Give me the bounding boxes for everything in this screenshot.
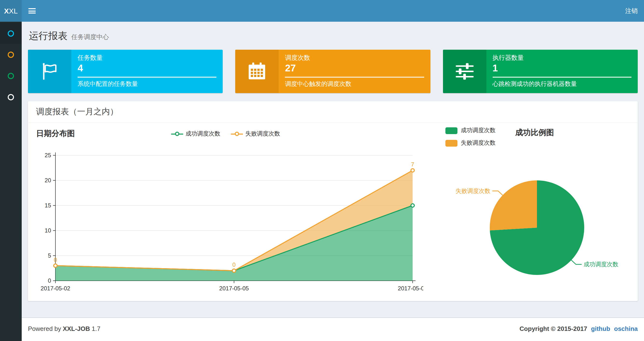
circle-marker-icon [175,131,179,136]
powered-by-text: Powered by XXL-JOB 1.7 [28,325,100,334]
circle-icon [8,94,14,100]
line-marker-icon [171,133,183,134]
line-chart-svg: 05101520252017-05-022017-05-052017-05-08… [28,142,423,297]
svg-text:0: 0 [48,277,51,284]
top-navbar: XXL 注销 [0,0,644,22]
flag-icon [28,50,71,93]
circle-marker-icon [235,131,239,136]
divider [285,77,424,78]
svg-text:10: 10 [44,227,51,234]
svg-text:7: 7 [411,161,414,168]
sidebar [0,22,22,341]
sidebar-item-4[interactable] [0,86,22,108]
svg-text:5: 5 [48,252,51,259]
date-distribution-chart: 日期分布图 成功调度次数失败调度次数 05101520252017-05-022… [28,123,442,301]
svg-text:失败调度次数: 失败调度次数 [456,188,490,194]
divider [492,77,632,78]
info-box-content: 执行器数量 1 心跳检测成功的执行器机器数量 [486,50,638,93]
copyright-area: Copyright © 2015-2017githuboschina [520,325,638,334]
legend-item[interactable]: 失败调度次数 [231,130,280,138]
svg-text:0: 0 [54,257,57,263]
app-root: XXL 注销 运行报表任务调度中心 任务数 [0,0,644,341]
hamburger-icon [28,7,36,15]
info-box-trigger-count: 调度次数 27 调度中心触发的调度次数 [236,50,430,93]
product-version: 1.7 [92,325,100,332]
swatch-icon [446,127,458,134]
svg-text:成功调度次数: 成功调度次数 [584,261,618,267]
svg-text:25: 25 [44,152,51,158]
legend-label: 成功调度次数 [461,126,496,135]
line-marker-icon [231,133,243,134]
swatch-icon [446,140,458,146]
info-box-value: 1 [492,62,632,74]
info-box-description: 系统中配置的任务数量 [78,80,217,88]
navbar: 注销 [22,0,644,22]
report-panel: 调度报表（一月之内） 日期分布图 成功调度次数失败调度次数 0510152025… [28,101,638,301]
svg-text:2017-05-02: 2017-05-02 [41,285,70,291]
info-box-description: 心跳检测成功的执行器机器数量 [492,80,632,88]
content-wrapper: 运行报表任务调度中心 任务数量 4 系统中配置的任务数量 [22,22,644,317]
footer-link-github[interactable]: github [591,325,610,332]
pie-chart-legend: 成功调度次数失败调度次数 [446,126,496,151]
stat-cards-row: 任务数量 4 系统中配置的任务数量 [28,50,638,93]
sliders-icon [443,50,486,93]
footer-link-oschina[interactable]: oschina [614,325,638,332]
divider [78,77,217,78]
svg-text:0: 0 [232,261,236,268]
info-box-label: 执行器数量 [492,54,632,61]
logo-bold-text: X [4,7,9,15]
info-box-label: 任务数量 [78,54,217,61]
svg-text:15: 15 [44,202,51,209]
info-box-executor-count: 执行器数量 1 心跳检测成功的执行器机器数量 [443,50,638,93]
logout-link[interactable]: 注销 [625,0,638,22]
product-name: XXL-JOB [63,325,90,332]
legend-item[interactable]: 失败调度次数 [446,139,496,147]
legend-item[interactable]: 成功调度次数 [171,130,220,138]
sidebar-toggle-button[interactable] [22,0,42,22]
svg-text:20: 20 [44,177,51,184]
sidebar-item-1[interactable] [0,23,22,44]
line-chart-legend: 成功调度次数失败调度次数 [28,130,423,138]
info-box-label: 调度次数 [285,54,424,61]
info-box-value: 27 [285,62,424,74]
success-ratio-chart: 成功调度次数失败调度次数 成功比例图 成功调度次数失败调度次数 [442,123,638,301]
page-footer: Powered by XXL-JOB 1.7 Copyright © 2015-… [22,317,644,341]
svg-text:2017-05-08: 2017-05-08 [398,285,423,291]
page-title: 运行报表 [29,30,68,41]
info-box-value: 4 [78,62,217,74]
sidebar-item-3[interactable] [0,65,22,86]
panel-header: 调度报表（一月之内） [28,101,638,123]
info-box-content: 任务数量 4 系统中配置的任务数量 [71,50,223,93]
info-box-content: 调度次数 27 调度中心触发的调度次数 [279,50,430,93]
circle-icon [8,73,14,79]
circle-icon [8,30,14,37]
panel-title: 调度报表（一月之内） [36,107,118,116]
legend-item[interactable]: 成功调度次数 [446,126,496,135]
logo-text: XL [9,7,18,15]
powered-prefix: Powered by [28,325,61,332]
app-logo[interactable]: XXL [0,0,22,22]
page-header: 运行报表任务调度中心 [29,29,638,43]
legend-label: 失败调度次数 [245,130,280,138]
circle-icon [8,51,14,58]
svg-text:2017-05-05: 2017-05-05 [219,285,249,291]
calendar-icon [236,50,279,93]
legend-label: 成功调度次数 [186,130,220,138]
page-subtitle: 任务调度中心 [71,33,109,41]
copyright-text: Copyright © 2015-2017 [520,325,587,332]
info-box-description: 调度中心触发的调度次数 [285,80,424,88]
sidebar-item-2[interactable] [0,44,22,65]
legend-label: 失败调度次数 [461,139,496,147]
info-box-task-count: 任务数量 4 系统中配置的任务数量 [28,50,223,93]
panel-body: 日期分布图 成功调度次数失败调度次数 05101520252017-05-022… [28,123,638,301]
